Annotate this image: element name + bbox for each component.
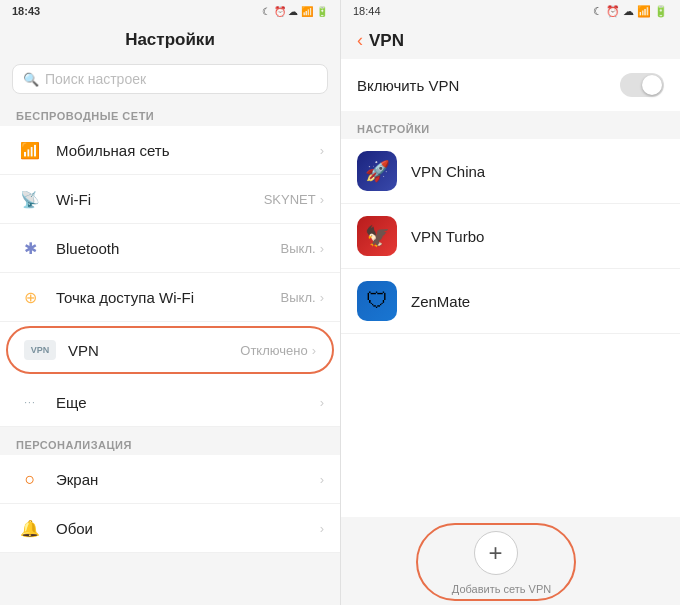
vpn-toggle-label: Включить VPN <box>357 77 459 94</box>
hotspot-label: Точка доступа Wi-Fi <box>56 289 281 306</box>
settings-item-vpn[interactable]: VPN VPN Отключено › <box>6 326 334 374</box>
left-status-icons: ☾ ⏰ ☁ 📶 🔋 <box>262 6 328 17</box>
right-panel: 18:44 ☾ ⏰ ☁ 📶 🔋 ‹ VPN Включить VPN НАСТР… <box>340 0 680 605</box>
wallpaper-label: Обои <box>56 520 320 537</box>
vpn-item-turbo[interactable]: 🦅 VPN Turbo <box>341 204 680 269</box>
vpn-settings-section-label: НАСТРОЙКИ <box>341 115 680 139</box>
bluetooth-value: Выкл. <box>281 241 316 256</box>
zenmate-name: ZenMate <box>411 293 470 310</box>
vpn-list: 🚀 VPN China 🦅 VPN Turbo 🛡 ZenMate <box>341 139 680 517</box>
right-header: ‹ VPN <box>341 22 680 59</box>
wireless-settings-list: 📶 Мобильная сеть › 📡 Wi-Fi SKYNET › ✱ Bl… <box>0 126 340 427</box>
vpn-turbo-icon: 🦅 <box>357 216 397 256</box>
settings-item-hotspot[interactable]: ⊕ Точка доступа Wi-Fi Выкл. › <box>0 273 340 322</box>
bluetooth-icon: ✱ <box>16 234 44 262</box>
mobile-chevron: › <box>320 143 324 158</box>
search-icon: 🔍 <box>23 72 39 87</box>
more-icon: ··· <box>16 388 44 416</box>
vpn-chevron: › <box>312 343 316 358</box>
right-status-icons: ☾ ⏰ ☁ 📶 🔋 <box>593 5 668 18</box>
screen-chevron: › <box>320 472 324 487</box>
left-header: Настройки <box>0 22 340 58</box>
hotspot-chevron: › <box>320 290 324 305</box>
add-vpn-area: + Добавить сеть VPN <box>341 517 680 605</box>
vpn-value: Отключено <box>240 343 307 358</box>
back-chevron-icon[interactable]: ‹ <box>357 30 363 51</box>
wifi-icon: 📡 <box>16 185 44 213</box>
search-bar[interactable]: 🔍 Поиск настроек <box>12 64 328 94</box>
wifi-label: Wi-Fi <box>56 191 264 208</box>
section-label-wireless: БЕСПРОВОДНЫЕ СЕТИ <box>0 102 340 126</box>
vpn-china-name: VPN China <box>411 163 485 180</box>
left-status-bar: 18:43 ☾ ⏰ ☁ 📶 🔋 <box>0 0 340 22</box>
add-vpn-label: Добавить сеть VPN <box>452 583 551 595</box>
vpn-icon: VPN <box>24 340 56 360</box>
add-icon: + <box>488 539 502 567</box>
bluetooth-label: Bluetooth <box>56 240 281 257</box>
right-time: 18:44 <box>353 5 381 17</box>
wifi-chevron: › <box>320 192 324 207</box>
left-panel: 18:43 ☾ ⏰ ☁ 📶 🔋 Настройки 🔍 Поиск настро… <box>0 0 340 605</box>
left-time: 18:43 <box>12 5 40 17</box>
more-chevron: › <box>320 395 324 410</box>
bluetooth-chevron: › <box>320 241 324 256</box>
settings-item-wifi[interactable]: 📡 Wi-Fi SKYNET › <box>0 175 340 224</box>
search-placeholder: Поиск настроек <box>45 71 146 87</box>
wallpaper-icon: 🔔 <box>16 514 44 542</box>
settings-item-screen[interactable]: ○ Экран › <box>0 455 340 504</box>
left-title: Настройки <box>125 30 215 49</box>
hotspot-icon: ⊕ <box>16 283 44 311</box>
right-title: VPN <box>369 31 404 51</box>
vpn-item-china[interactable]: 🚀 VPN China <box>341 139 680 204</box>
screen-label: Экран <box>56 471 320 488</box>
vpn-toggle-row: Включить VPN <box>341 59 680 111</box>
settings-item-mobile[interactable]: 📶 Мобильная сеть › <box>0 126 340 175</box>
settings-item-more[interactable]: ··· Еще › <box>0 378 340 427</box>
personalization-list: ○ Экран › 🔔 Обои › <box>0 455 340 553</box>
zenmate-icon: 🛡 <box>357 281 397 321</box>
mobile-icon: 📶 <box>16 136 44 164</box>
vpn-toggle[interactable] <box>620 73 664 97</box>
screen-icon: ○ <box>16 465 44 493</box>
mobile-label: Мобильная сеть <box>56 142 320 159</box>
vpn-item-zenmate[interactable]: 🛡 ZenMate <box>341 269 680 334</box>
toggle-dot <box>642 75 662 95</box>
right-status-bar: 18:44 ☾ ⏰ ☁ 📶 🔋 <box>341 0 680 22</box>
settings-item-bluetooth[interactable]: ✱ Bluetooth Выкл. › <box>0 224 340 273</box>
section-label-personalization: ПЕРСОНАЛИЗАЦИЯ <box>0 431 340 455</box>
more-label: Еще <box>56 394 320 411</box>
wifi-value: SKYNET <box>264 192 316 207</box>
vpn-china-icon: 🚀 <box>357 151 397 191</box>
vpn-label: VPN <box>68 342 240 359</box>
add-vpn-button[interactable]: + <box>474 531 518 575</box>
settings-item-wallpaper[interactable]: 🔔 Обои › <box>0 504 340 553</box>
hotspot-value: Выкл. <box>281 290 316 305</box>
wallpaper-chevron: › <box>320 521 324 536</box>
vpn-turbo-name: VPN Turbo <box>411 228 484 245</box>
